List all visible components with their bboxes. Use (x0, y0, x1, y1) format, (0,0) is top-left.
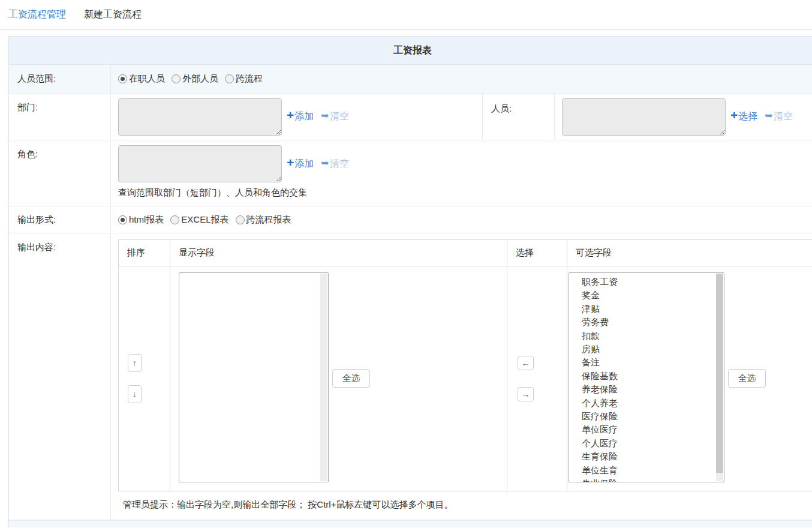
nav-item-new-salary-process[interactable]: 新建工资流程 (84, 8, 142, 21)
radio-label: 跨流程报表 (246, 214, 291, 226)
radio-icon[interactable] (172, 74, 181, 83)
output-format-label: 输出形式: (9, 206, 111, 233)
scrollbar-track[interactable] (320, 274, 327, 481)
radio-option-external-personnel[interactable]: 外部人员 (172, 73, 218, 85)
available-field-option[interactable]: 单位医疗 (569, 423, 724, 436)
output-format-options: html报表 EXCEL报表 跨流程报表 (111, 206, 812, 233)
plus-icon: + (730, 109, 738, 121)
role-textarea[interactable] (118, 145, 282, 182)
output-content-cell: 排序 显示字段 选择 可选字段 ↑ ↓ (111, 233, 812, 520)
role-content: + 添加 ➥ 清空 查询范围取部门（短部门）、人员和角色的交集 (111, 140, 812, 206)
select-cell: ← → (507, 266, 567, 491)
available-field-option[interactable]: 劳务费 (569, 316, 724, 329)
up-arrow-icon: ↑ (133, 358, 137, 368)
radio-icon[interactable] (118, 215, 127, 224)
displayed-fields-listbox[interactable] (179, 272, 329, 482)
radio-option-active-personnel[interactable]: 在职人员 (118, 73, 165, 85)
sort-cell: ↑ ↓ (119, 266, 170, 491)
radio-icon[interactable] (118, 74, 127, 83)
row-personnel-scope: 人员范围: 在职人员 外部人员 跨流程 (9, 65, 812, 94)
available-field-option[interactable]: 职务工资 (569, 275, 724, 289)
available-field-option[interactable]: 扣款 (569, 329, 724, 343)
available-field-option[interactable]: 津贴 (569, 302, 724, 316)
radio-label: html报表 (129, 214, 164, 226)
personnel-scope-label: 人员范围: (9, 65, 111, 93)
department-textarea[interactable] (118, 98, 282, 136)
select-all-available-button[interactable]: 全选 (728, 369, 766, 388)
available-field-option[interactable]: 备注 (569, 356, 724, 369)
output-content-label: 输出内容: (9, 233, 111, 520)
department-clear-button[interactable]: ➥ 清空 (321, 110, 348, 123)
clear-label: 清空 (330, 110, 349, 123)
personnel-scope-options: 在职人员 外部人员 跨流程 (111, 65, 812, 93)
available-field-option[interactable]: 生育保险 (569, 450, 724, 463)
clear-label: 清空 (774, 110, 793, 123)
role-add-button[interactable]: + 添加 (287, 158, 314, 170)
plus-icon: + (287, 156, 294, 169)
panel-title: 工资报表 (9, 37, 812, 65)
row-output-format: 输出形式: html报表 EXCEL报表 跨流程报表 (9, 206, 812, 233)
nav-item-salary-process-management[interactable]: 工资流程管理 (8, 8, 66, 21)
radio-option-cross-process-report[interactable]: 跨流程报表 (236, 214, 291, 226)
department-label: 部门: (9, 94, 111, 140)
add-label: 添加 (294, 158, 314, 170)
available-field-option[interactable]: 单位生育 (569, 464, 724, 477)
person-textarea[interactable] (562, 98, 726, 136)
available-field-option[interactable]: 奖金 (569, 289, 724, 302)
radio-option-cross-process[interactable]: 跨流程 (225, 73, 263, 85)
clear-label: 清空 (330, 158, 349, 170)
radio-icon[interactable] (236, 215, 245, 224)
available-field-option[interactable]: 个人医疗 (569, 437, 724, 450)
header-available-fields: 可选字段 (567, 240, 812, 266)
person-clear-button[interactable]: ➥ 清空 (765, 110, 792, 123)
top-nav: 工资流程管理 新建工资流程 (0, 0, 812, 30)
select-label: 选择 (738, 110, 757, 123)
header-displayed-fields: 显示字段 (170, 240, 507, 266)
available-fields-cell: 职务工资奖金津贴劳务费扣款房贴备注保险基数养老保险个人养老医疗保险单位医疗个人医… (567, 266, 812, 491)
radio-icon[interactable] (225, 74, 234, 83)
move-right-button[interactable]: → (518, 387, 534, 401)
left-arrow-icon: ← (522, 358, 530, 368)
department-add-button[interactable]: + 添加 (287, 110, 314, 123)
role-clear-button[interactable]: ➥ 清空 (321, 158, 348, 170)
move-left-button[interactable]: ← (518, 356, 534, 370)
radio-option-excel-report[interactable]: EXCEL报表 (170, 214, 228, 226)
add-label: 添加 (294, 110, 314, 123)
radio-label: EXCEL报表 (181, 214, 228, 226)
move-up-button[interactable]: ↑ (128, 354, 142, 372)
radio-icon[interactable] (170, 215, 179, 224)
radio-option-html-report[interactable]: html报表 (118, 214, 164, 226)
role-label: 角色: (9, 140, 111, 206)
admin-hint: 管理员提示：输出字段为空,则输出全部字段； 按Ctrl+鼠标左键可以选择多个项目… (118, 491, 812, 520)
available-field-option[interactable]: 保险基数 (569, 370, 724, 383)
available-field-option[interactable]: 房贴 (569, 343, 724, 356)
person-content: + 选择 ➥ 清空 (555, 94, 812, 140)
displayed-fields-cell: 全选 (170, 266, 507, 491)
radio-label: 跨流程 (236, 73, 263, 85)
header-sort: 排序 (119, 240, 170, 266)
salary-report-panel: 工资报表 人员范围: 在职人员 外部人员 跨流程 部门: + 添加 (8, 36, 812, 527)
down-arrow-icon: ↓ (133, 389, 137, 399)
move-down-button[interactable]: ↓ (128, 385, 142, 403)
fields-transfer-table: 排序 显示字段 选择 可选字段 ↑ ↓ (118, 239, 812, 491)
scrollbar-thumb[interactable] (716, 274, 723, 473)
next-row-sliver (9, 520, 812, 527)
available-field-option[interactable]: 养老保险 (569, 383, 724, 396)
right-arrow-icon: → (522, 389, 530, 399)
role-scope-hint: 查询范围取部门（短部门）、人员和角色的交集 (118, 187, 812, 199)
curved-arrow-icon: ➥ (765, 110, 772, 121)
row-role: 角色: + 添加 ➥ 清空 查询范围取部门（短部门）、人员和角色的交集 (9, 140, 812, 206)
available-fields-listbox[interactable]: 职务工资奖金津贴劳务费扣款房贴备注保险基数养老保险个人养老医疗保险单位医疗个人医… (569, 272, 724, 482)
row-output-content: 输出内容: 排序 显示字段 选择 可选字段 ↑ ↓ (9, 233, 812, 520)
select-all-displayed-button[interactable]: 全选 (332, 369, 370, 388)
person-label: 人员: (483, 94, 555, 140)
available-field-option[interactable]: 医疗保险 (569, 410, 724, 423)
plus-icon: + (287, 109, 294, 121)
curved-arrow-icon: ➥ (321, 110, 329, 121)
available-field-option[interactable]: 个人养老 (569, 397, 724, 410)
available-field-option[interactable]: 失业保险 (569, 477, 724, 482)
radio-label: 在职人员 (129, 73, 165, 85)
person-select-button[interactable]: + 选择 (730, 110, 757, 123)
curved-arrow-icon: ➥ (321, 157, 329, 169)
header-select: 选择 (507, 240, 567, 266)
